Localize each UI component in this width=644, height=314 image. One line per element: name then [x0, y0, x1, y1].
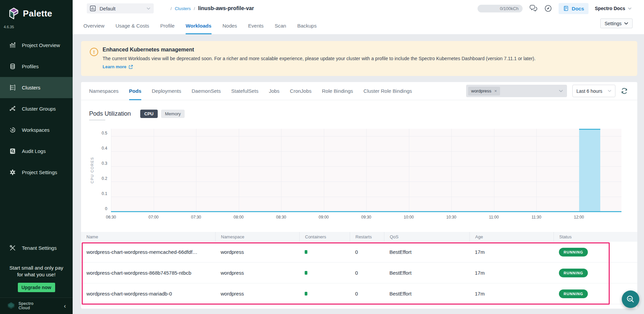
sidebar-item-label: Audit Logs	[22, 148, 46, 154]
sidebar-item-clusters[interactable]: Clusters	[0, 77, 73, 98]
y-axis-tick: 0.3	[102, 161, 107, 166]
subtab-deployments[interactable]: Deployments	[152, 82, 181, 100]
section-title: Pods Utilization	[89, 110, 131, 117]
upgrade-now-button[interactable]: Upgrade now	[18, 283, 55, 292]
status-badge: RUNNING	[559, 289, 588, 298]
status-badge: RUNNING	[559, 269, 588, 277]
gridline	[494, 129, 494, 212]
subtab-statefulsets[interactable]: StatefulSets	[231, 82, 259, 100]
tab-usage-costs[interactable]: Usage & Costs	[116, 17, 149, 34]
column-header-namespace: Namespace	[215, 232, 299, 242]
gridline	[281, 129, 281, 212]
tab-workloads[interactable]: Workloads	[186, 17, 211, 34]
external-link-icon	[128, 65, 133, 69]
palette-logo: Palette	[0, 0, 73, 20]
sidebar-footer: Spectro Cloud ‹	[0, 298, 73, 314]
subtab-pods[interactable]: Pods	[129, 82, 142, 100]
learn-more-link[interactable]: Learn more	[103, 64, 133, 69]
subtab-cluster-role-bindings[interactable]: Cluster Role Bindings	[364, 82, 412, 100]
time-range-select[interactable]: Last 6 hours	[572, 85, 615, 97]
cpu-toggle-button[interactable]: CPU	[140, 110, 157, 118]
gridline	[324, 129, 324, 212]
x-axis-tick: 09:00	[318, 215, 329, 220]
cluster-tabs: OverviewUsage & CostsProfileWorkloadsNod…	[73, 17, 644, 34]
filter-chip: wordpress ×	[468, 87, 500, 95]
learn-more-label: Learn more	[103, 64, 126, 69]
x-axis-tick: 07:30	[191, 215, 201, 220]
tab-overview[interactable]: Overview	[83, 17, 105, 34]
tools-icon	[9, 244, 16, 251]
gridline	[451, 129, 452, 212]
tab-backups[interactable]: Backups	[297, 17, 317, 34]
gridline	[154, 129, 154, 212]
tab-nodes[interactable]: Nodes	[223, 17, 237, 34]
tab-profile[interactable]: Profile	[160, 17, 175, 34]
column-header-name: Name	[86, 232, 215, 242]
sidebar-item-label: Cluster Groups	[22, 106, 56, 112]
namespace-filter-select[interactable]: wordpress ×	[466, 85, 567, 97]
restarts-cell: 0	[350, 291, 384, 297]
project-scope-select[interactable]: Default	[87, 3, 154, 13]
subtab-role-bindings[interactable]: Role Bindings	[322, 82, 353, 100]
banner-title: Enhanced Kubernetes management	[103, 47, 194, 53]
breadcrumb-clusters-link[interactable]: Clusters	[175, 6, 191, 11]
account-select-value: Spectro Docs	[595, 6, 625, 11]
sidebar-item-project-settings[interactable]: Project Settings	[0, 162, 73, 183]
sidebar-item-audit-logs[interactable]: Audit Logs	[0, 141, 73, 162]
gridline	[196, 129, 196, 212]
logo-wordmark: Palette	[23, 8, 52, 19]
breadcrumb-separator: /	[194, 6, 195, 11]
profiles-icon	[9, 63, 16, 70]
cpu-utilization-chart: CPU CORES 00.10.20.30.40.506:3007:0007:3…	[81, 119, 637, 232]
x-axis-tick: 08:00	[233, 215, 243, 220]
remove-filter-icon[interactable]: ×	[494, 88, 497, 93]
upgrade-promo-text: Start small and only pay for what you us…	[0, 265, 73, 278]
book-icon	[563, 5, 569, 11]
main-content: ! Enhanced Kubernetes management The cur…	[73, 35, 644, 314]
collapse-sidebar-icon[interactable]: ‹	[64, 303, 66, 309]
qos-cell: BestEffort	[384, 291, 469, 297]
workload-subtabs: NamespacesPodsDeploymentsDaemonSetsState…	[81, 82, 637, 100]
container-status-square	[305, 292, 307, 296]
workload-controls: wordpress × Last 6 hours	[466, 85, 628, 97]
subtab-daemonsets[interactable]: DaemonSets	[192, 82, 221, 100]
compass-icon[interactable]	[544, 4, 552, 12]
subtab-cronjobs[interactable]: CronJobs	[290, 82, 311, 100]
x-axis-tick: 12:00	[574, 215, 584, 220]
project-chart-icon	[89, 5, 96, 12]
status-cell: RUNNING	[554, 289, 632, 298]
settings-button[interactable]: Settings	[600, 18, 633, 28]
sidebar-item-cluster-groups[interactable]: Cluster Groups	[0, 98, 73, 119]
project-select-value: Default	[100, 6, 116, 11]
table-row[interactable]: wordpress-chart-wordpress-868b745785-ntb…	[81, 263, 637, 283]
account-select[interactable]: Spectro Docs	[595, 6, 632, 11]
x-axis-tick: 06:30	[106, 215, 116, 220]
qos-cell: BestEffort	[384, 249, 469, 255]
help-widget-button[interactable]	[622, 290, 639, 308]
age-cell: 17m	[469, 249, 554, 255]
gridline	[239, 129, 239, 212]
chat-icon[interactable]	[529, 4, 538, 12]
sidebar-item-workspaces[interactable]: Workspaces	[0, 119, 73, 141]
refresh-icon[interactable]	[621, 87, 628, 94]
table-row[interactable]: wordpress-chart-wordpress-mariadb-0wordp…	[81, 283, 637, 304]
gear-icon	[9, 169, 16, 176]
tab-events[interactable]: Events	[248, 17, 264, 34]
pods-table: NameNamespaceContainersRestartsQoSAgeSta…	[81, 232, 637, 304]
sidebar-item-project-overview[interactable]: Project Overview	[0, 35, 73, 56]
age-cell: 17m	[469, 291, 554, 297]
docs-button[interactable]: Docs	[559, 3, 589, 14]
containers-cell	[299, 270, 350, 276]
breadcrumb-current-cluster: linusb-aws-profile-var	[198, 5, 254, 11]
table-row[interactable]: wordpress-chart-wordpress-memcached-66df…	[81, 242, 637, 263]
column-header-age: Age	[469, 232, 554, 242]
utilization-section-header: Pods Utilization CPU Memory	[89, 108, 637, 119]
subtab-jobs[interactable]: Jobs	[269, 82, 279, 100]
tab-scan[interactable]: Scan	[275, 17, 286, 34]
sidebar-item-tenant-settings[interactable]: Tenant Settings	[0, 237, 73, 259]
memory-toggle-button[interactable]: Memory	[161, 110, 185, 118]
topbar: Default / Clusters / linusb-aws-profile-…	[73, 0, 644, 35]
subtab-namespaces[interactable]: Namespaces	[89, 82, 119, 100]
sidebar-item-profiles[interactable]: Profiles	[0, 56, 73, 77]
chevron-down-icon	[628, 7, 632, 10]
